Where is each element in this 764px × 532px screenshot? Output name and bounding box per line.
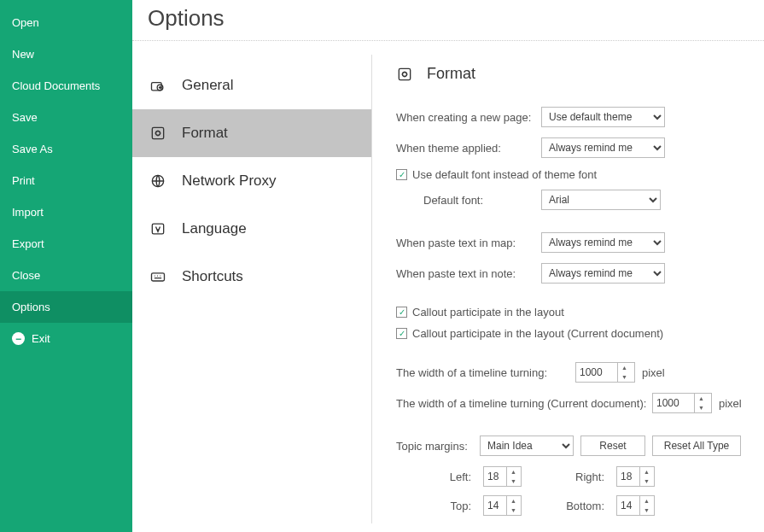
svg-rect-2 xyxy=(152,127,163,138)
tab-label: Shortcuts xyxy=(182,268,243,285)
main: Options General Format xyxy=(132,0,764,532)
sidebar-item-label: New xyxy=(12,48,34,61)
tab-language[interactable]: Language xyxy=(132,205,371,253)
format-icon xyxy=(149,125,166,142)
sidebar-item-close[interactable]: Close xyxy=(0,260,132,291)
sidebar-item-exit[interactable]: − Exit xyxy=(0,323,132,354)
tab-network-proxy[interactable]: Network Proxy xyxy=(132,157,371,205)
sidebar-item-export[interactable]: Export xyxy=(0,228,132,260)
options-tabs: General Format Network Proxy xyxy=(132,46,371,532)
reset-button[interactable]: Reset xyxy=(580,436,645,456)
tab-label: Language xyxy=(182,220,247,237)
sidebar-item-label: Exit xyxy=(32,332,50,345)
paste-map-label: When paste text in map: xyxy=(396,237,541,249)
theme-applied-label: When theme applied: xyxy=(396,142,541,155)
sidebar-item-print[interactable]: Print xyxy=(0,165,132,196)
callout-layout-label: Callout participate in the layout xyxy=(412,306,564,319)
paste-note-label: When paste text in note: xyxy=(396,267,541,280)
sidebar: Open New Cloud Documents Save Save As Pr… xyxy=(0,0,132,532)
margin-top-input[interactable]: ▲▼ xyxy=(483,495,522,516)
sidebar-item-label: Cloud Documents xyxy=(12,79,100,92)
sidebar-item-label: Open xyxy=(12,16,39,29)
callout-layout-current-checkbox[interactable]: ✓ xyxy=(396,328,407,339)
minus-icon: − xyxy=(12,332,25,345)
tab-format[interactable]: Format xyxy=(132,109,371,157)
panel-title: Format xyxy=(427,65,475,83)
sidebar-item-label: Save xyxy=(12,111,38,124)
format-panel: Format When creating a new page: Use def… xyxy=(372,46,764,532)
margin-left-value[interactable] xyxy=(484,467,506,486)
svg-point-3 xyxy=(156,132,160,136)
sidebar-item-label: Close xyxy=(12,269,40,282)
pixel-unit: pixel xyxy=(642,366,665,379)
timeline-width-current-label: The width of a timeline turning (Current… xyxy=(396,397,652,410)
stepper-up-icon[interactable]: ▲ xyxy=(640,496,653,506)
callout-layout-checkbox[interactable]: ✓ xyxy=(396,307,407,318)
tab-label: General xyxy=(182,77,233,94)
timeline-width-current-value[interactable] xyxy=(653,394,694,412)
default-font-label: Default font: xyxy=(423,194,541,207)
sidebar-item-label: Options xyxy=(12,301,50,313)
timeline-width-value[interactable] xyxy=(576,363,617,382)
paste-map-select[interactable]: Always remind me xyxy=(541,232,665,253)
sidebar-item-label: Export xyxy=(12,237,44,250)
sidebar-item-import[interactable]: Import xyxy=(0,196,132,228)
stepper-down-icon[interactable]: ▼ xyxy=(695,403,708,412)
default-font-select[interactable]: Arial xyxy=(541,190,661,210)
margin-top-value[interactable] xyxy=(484,496,506,515)
stepper-up-icon[interactable]: ▲ xyxy=(640,467,653,476)
panel-header: Format xyxy=(396,65,755,83)
timeline-width-label: The width of a timeline turning: xyxy=(396,366,575,379)
pixel-unit: pixel xyxy=(719,397,742,410)
stepper-down-icon[interactable]: ▼ xyxy=(640,506,653,515)
stepper-down-icon[interactable]: ▼ xyxy=(618,372,631,382)
sidebar-item-label: Save As xyxy=(12,143,53,155)
stepper-up-icon[interactable]: ▲ xyxy=(695,394,708,403)
topic-margins-label: Topic margins: xyxy=(396,440,473,453)
sidebar-item-label: Print xyxy=(12,174,35,187)
callout-layout-current-label: Callout participate in the layout (Curre… xyxy=(412,327,663,340)
new-page-select[interactable]: Use default theme xyxy=(541,107,665,127)
sidebar-item-open[interactable]: Open xyxy=(0,7,132,38)
page-title: Options xyxy=(132,0,764,41)
margin-right-value[interactable] xyxy=(617,467,639,486)
timeline-width-input[interactable]: ▲▼ xyxy=(575,362,635,383)
sidebar-item-save[interactable]: Save xyxy=(0,102,132,133)
sidebar-item-options[interactable]: Options xyxy=(0,291,132,323)
margin-left-label: Left: xyxy=(417,471,476,483)
use-default-font-checkbox[interactable]: ✓ xyxy=(396,169,407,180)
tab-general[interactable]: General xyxy=(132,61,371,109)
use-default-font-label: Use default font instead of theme font xyxy=(412,168,597,181)
margin-right-input[interactable]: ▲▼ xyxy=(616,466,655,487)
paste-note-select[interactable]: Always remind me xyxy=(541,263,665,284)
tab-label: Network Proxy xyxy=(182,172,277,190)
stepper-up-icon[interactable]: ▲ xyxy=(507,467,520,476)
language-icon xyxy=(149,220,166,237)
svg-point-8 xyxy=(403,72,407,76)
sidebar-item-new[interactable]: New xyxy=(0,38,132,70)
sidebar-item-save-as[interactable]: Save As xyxy=(0,133,132,165)
reset-all-type-button[interactable]: Reset All Type xyxy=(652,436,741,456)
svg-rect-7 xyxy=(399,68,410,79)
margin-bottom-value[interactable] xyxy=(617,496,639,515)
keyboard-icon xyxy=(149,268,166,285)
stepper-down-icon[interactable]: ▼ xyxy=(507,476,520,486)
sidebar-item-label: Import xyxy=(12,206,44,219)
margin-top-label: Top: xyxy=(417,500,476,512)
globe-icon xyxy=(149,172,166,190)
format-icon xyxy=(396,66,413,83)
tab-shortcuts[interactable]: Shortcuts xyxy=(132,253,371,301)
theme-applied-select[interactable]: Always remind me xyxy=(541,137,665,158)
stepper-up-icon[interactable]: ▲ xyxy=(507,496,520,506)
margin-bottom-input[interactable]: ▲▼ xyxy=(616,495,655,516)
topic-margins-select[interactable]: Main Idea xyxy=(480,436,574,456)
margin-right-label: Right: xyxy=(541,471,609,483)
svg-rect-6 xyxy=(152,273,165,281)
timeline-width-current-input[interactable]: ▲▼ xyxy=(652,393,712,413)
gear-icon xyxy=(149,77,166,94)
stepper-down-icon[interactable]: ▼ xyxy=(507,506,520,515)
sidebar-item-cloud-documents[interactable]: Cloud Documents xyxy=(0,70,132,102)
margin-left-input[interactable]: ▲▼ xyxy=(483,466,522,487)
stepper-up-icon[interactable]: ▲ xyxy=(618,363,631,372)
stepper-down-icon[interactable]: ▼ xyxy=(640,476,653,486)
